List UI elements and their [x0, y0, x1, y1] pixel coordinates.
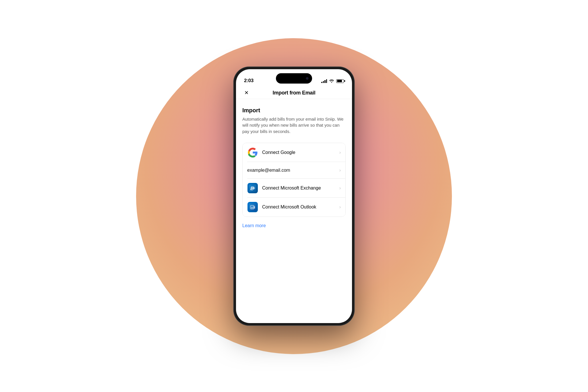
connect-google-item[interactable]: Connect Google ›: [243, 143, 345, 162]
camera-dot: [306, 77, 309, 80]
phone-wrapper: 2:03: [234, 67, 354, 325]
chevron-right-icon: ›: [339, 150, 341, 155]
email-label: example@email.com: [247, 168, 339, 173]
close-icon: ✕: [244, 90, 249, 96]
chevron-right-icon: ›: [339, 168, 341, 173]
battery-icon: [336, 79, 344, 83]
wifi-icon: [329, 79, 334, 84]
outlook-icon: O: [247, 202, 258, 213]
main-content: Import Automatically add bills from your…: [236, 99, 352, 234]
connect-google-label: Connect Google: [262, 150, 339, 155]
signal-icon: [321, 79, 327, 83]
chevron-right-icon: ›: [339, 204, 341, 210]
connect-outlook-label: Connect Microsoft Outlook: [262, 204, 339, 210]
learn-more-link[interactable]: Learn more: [242, 223, 266, 228]
section-title: Import: [242, 107, 346, 114]
dynamic-island: [276, 73, 312, 84]
chevron-right-icon: ›: [339, 186, 341, 191]
connect-exchange-item[interactable]: E Connect Microsoft Exchange ›: [243, 179, 345, 198]
status-time: 2:03: [244, 78, 254, 84]
svg-text:O: O: [251, 206, 253, 209]
status-icons: [321, 79, 344, 84]
battery-fill: [337, 80, 342, 82]
phone-device: 2:03: [234, 67, 354, 325]
phone-screen: 2:03: [236, 69, 352, 323]
exchange-icon: E: [247, 183, 258, 194]
email-item[interactable]: example@email.com ›: [243, 162, 345, 179]
nav-bar: ✕ Import from Email: [236, 86, 352, 99]
nav-title: Import from Email: [273, 90, 316, 96]
options-list: Connect Google › example@email.com ›: [242, 143, 346, 217]
connect-outlook-item[interactable]: O Connect Microsoft Outlook ›: [243, 198, 345, 217]
google-icon: [247, 147, 258, 158]
section-description: Automatically add bills from your email …: [242, 116, 346, 135]
connect-exchange-label: Connect Microsoft Exchange: [262, 186, 339, 191]
close-button[interactable]: ✕: [242, 88, 251, 97]
